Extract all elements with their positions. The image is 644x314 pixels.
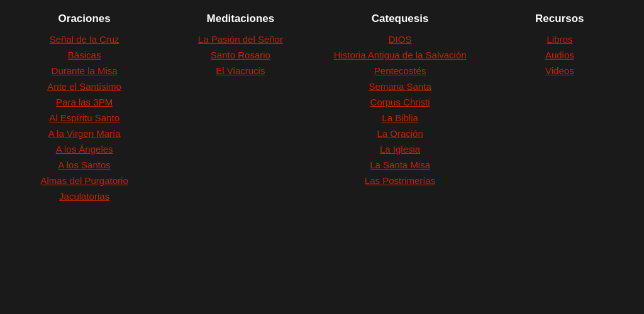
link-corpus-christi[interactable]: Corpus Christi <box>370 97 430 107</box>
link-libros[interactable]: Libros <box>547 34 572 45</box>
link-santo-rosario[interactable]: Santo Rosario <box>211 50 270 60</box>
link-semana-santa[interactable]: Semana Santa <box>369 81 431 92</box>
link-ante-el-santsimo[interactable]: Ante el Santísimo <box>47 81 121 92</box>
link-bsicas[interactable]: Básicas <box>68 50 101 60</box>
column-meditaciones: MeditacionesLa Pasión del SeñorSanto Ros… <box>177 13 303 207</box>
link-las-postrimeras[interactable]: Las Postrimerías <box>365 175 436 186</box>
main-nav: OracionesSeñal de la CruzBásicasDurante … <box>0 0 644 219</box>
link-al-espritu-santo[interactable]: Al Espíritu Santo <box>49 112 119 123</box>
header-oraciones: Oraciones <box>58 13 111 25</box>
header-meditaciones: Meditaciones <box>207 13 275 25</box>
link-a-los-santos[interactable]: A los Santos <box>58 160 110 170</box>
link-a-los-ngeles[interactable]: A los Ángeles <box>56 144 113 154</box>
column-oraciones: OracionesSeñal de la CruzBásicasDurante … <box>21 13 147 207</box>
link-almas-del-purgatorio[interactable]: Almas del Purgatorio <box>41 175 128 186</box>
link-historia-antigua-de-la-salvacin[interactable]: Historia Antigua de la Salvación <box>334 50 467 60</box>
link-durante-la-misa[interactable]: Durante la Misa <box>52 65 118 76</box>
link-jaculatorias[interactable]: Jaculatorias <box>59 191 109 202</box>
link-seal-de-la-cruz[interactable]: Señal de la Cruz <box>50 34 119 45</box>
link-la-santa-misa[interactable]: La Santa Misa <box>370 160 430 170</box>
link-pentecosts[interactable]: Pentecostés <box>374 65 426 76</box>
link-audios[interactable]: Audios <box>545 50 574 60</box>
column-catequesis: CatequesisDIOSHistoria Antigua de la Sal… <box>334 13 467 207</box>
link-la-pasin-del-seor[interactable]: La Pasión del Señor <box>198 34 283 45</box>
column-recursos: RecursosLibrosAudiosVideos <box>497 13 623 207</box>
link-dios[interactable]: DIOS <box>389 34 412 45</box>
link-la-oracin[interactable]: La Oración <box>377 128 423 139</box>
link-el-viacrucis[interactable]: El Viacrucis <box>216 65 265 76</box>
link-videos[interactable]: Videos <box>545 65 574 76</box>
link-la-iglesia[interactable]: La Iglesia <box>380 144 420 154</box>
link-la-biblia[interactable]: La Biblia <box>382 112 418 123</box>
link-a-la-virgen-mara[interactable]: A la Virgen María <box>48 128 121 139</box>
header-recursos: Recursos <box>535 13 584 25</box>
header-catequesis: Catequesis <box>372 13 429 25</box>
link-para-las-3pm[interactable]: Para las 3PM <box>56 97 113 107</box>
